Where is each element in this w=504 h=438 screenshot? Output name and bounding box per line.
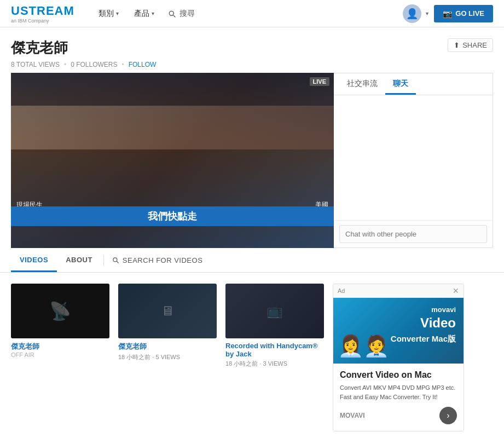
tab-chat[interactable]: 聊天 bbox=[385, 73, 416, 95]
ad-label: Ad bbox=[338, 287, 345, 294]
video-frame: 現場民生 美國 全球 我們快點走 LIVE bbox=[11, 73, 334, 248]
video-thumb-1: 📡 bbox=[11, 284, 109, 338]
ad-product-name: Video Converter Mac版 bbox=[391, 316, 456, 345]
chat-input[interactable] bbox=[339, 225, 487, 243]
video-meta-2: 18 小時之前 · 5 VIEWS bbox=[118, 353, 217, 361]
products-chevron-icon: ▾ bbox=[152, 10, 154, 16]
tab-videos-label: VIDEOS bbox=[20, 256, 48, 264]
video-meta-3: 18 小時之前 · 3 VIEWS bbox=[225, 360, 324, 368]
tab-chat-label: 聊天 bbox=[393, 79, 408, 88]
ad-header: Ad ✕ bbox=[333, 284, 464, 298]
followers-count: 0 FOLLOWERS bbox=[71, 61, 117, 68]
search-videos-label: SEARCH FOR VIDEOS bbox=[123, 256, 202, 264]
logo-text: USTREAM bbox=[11, 4, 74, 18]
search-area[interactable]: 搜尋 bbox=[167, 9, 195, 19]
video-status-1: OFF AIR bbox=[11, 351, 109, 358]
ad-body[interactable]: 👩‍💼🧑‍💼 movavi Video Converter Mac版 bbox=[333, 298, 464, 364]
user-chevron-icon: ▾ bbox=[426, 10, 428, 16]
avatar: 👤 bbox=[403, 4, 421, 23]
user-menu[interactable]: 👤 ▾ bbox=[403, 4, 428, 23]
ad-panel: Ad ✕ 👩‍💼🧑‍💼 movavi Video Converter Mac版 … bbox=[333, 284, 464, 431]
tab-divider bbox=[103, 255, 104, 266]
video-thumb-2: 🖥 bbox=[118, 284, 217, 338]
ad-movavi-logo: movavi bbox=[431, 306, 456, 314]
nav-products[interactable]: 產品 ▾ bbox=[126, 0, 162, 27]
camera-icon: 📷 bbox=[443, 9, 452, 18]
share-icon: ⬆ bbox=[454, 41, 460, 49]
dot-2: • bbox=[121, 61, 124, 68]
go-live-button[interactable]: 📷 GO LIVE bbox=[434, 5, 493, 22]
header: USTREAM an IBM Company 類別 ▾ 產品 ▾ 搜尋 👤 ▾ … bbox=[0, 0, 504, 27]
thumb2-icon: 🖥 bbox=[161, 303, 174, 319]
video-title-3: Recorded with Handycam® by Jack bbox=[225, 342, 324, 358]
video-card-2[interactable]: 🖥 傑克老師 18 小時之前 · 5 VIEWS bbox=[118, 284, 217, 431]
tab-about-label: ABOUT bbox=[66, 256, 92, 264]
video-title-1: 傑克老師 bbox=[11, 342, 109, 351]
ad-characters: 👩‍💼🧑‍💼 bbox=[338, 334, 389, 358]
video-title-2: 傑克老師 bbox=[118, 342, 217, 351]
ad-close-button[interactable]: ✕ bbox=[453, 286, 459, 295]
ad-details: Convert Video on Mac Convert AVI MKV MP4… bbox=[333, 364, 464, 431]
dot-1: • bbox=[64, 61, 66, 68]
video-player[interactable]: 現場民生 美國 全球 我們快點走 LIVE bbox=[11, 73, 334, 248]
ad-next-button[interactable]: › bbox=[439, 407, 457, 424]
nav-categories[interactable]: 類別 ▾ bbox=[91, 0, 126, 27]
ad-video-label: Video bbox=[420, 315, 456, 330]
video-ticker: 我們快點走 bbox=[11, 206, 334, 226]
thumb3-icon: 📺 bbox=[267, 303, 283, 319]
tab-social-label: 社交串流 bbox=[347, 79, 378, 88]
search-icon bbox=[167, 9, 176, 18]
share-label: SHARE bbox=[462, 41, 487, 49]
wifi-icon: 📡 bbox=[49, 301, 71, 321]
share-button[interactable]: ⬆ SHARE bbox=[448, 38, 493, 52]
video-card-3[interactable]: 📺 Recorded with Handycam® by Jack 18 小時之… bbox=[225, 284, 324, 431]
video-card-1[interactable]: 📡 傑克老師 OFF AIR bbox=[11, 284, 109, 431]
chat-input-area bbox=[334, 220, 493, 247]
nav-products-label: 產品 bbox=[134, 9, 149, 19]
logo[interactable]: USTREAM an IBM Company bbox=[11, 4, 74, 24]
go-live-label: GO LIVE bbox=[455, 9, 484, 18]
nav-categories-label: 類別 bbox=[99, 9, 114, 19]
chat-body bbox=[334, 95, 493, 220]
ad-brand-label: MOVAVI bbox=[340, 412, 365, 419]
video-grid: 📡 傑克老師 OFF AIR 🖥 傑克老師 18 小時之前 · 5 VIEWS … bbox=[0, 273, 504, 438]
follow-link[interactable]: FOLLOW bbox=[129, 61, 157, 68]
tab-videos[interactable]: VIDEOS bbox=[11, 248, 57, 272]
live-badge: LIVE bbox=[310, 77, 329, 86]
search-label: 搜尋 bbox=[179, 9, 195, 19]
logo-sub: an IBM Company bbox=[11, 18, 74, 24]
ad-product-sub: Converter Mac版 bbox=[391, 334, 456, 343]
chat-panel: 社交串流 聊天 bbox=[334, 73, 493, 248]
search-videos-icon bbox=[112, 256, 119, 264]
tab-social-stream[interactable]: 社交串流 bbox=[339, 73, 385, 95]
chat-tabs: 社交串流 聊天 bbox=[334, 73, 493, 95]
video-scene bbox=[11, 106, 334, 149]
ticker-text: 我們快點走 bbox=[148, 211, 197, 222]
total-views: 8 TOTAL VIEWS bbox=[11, 61, 60, 68]
ad-footer: MOVAVI › bbox=[340, 407, 457, 424]
tab-about[interactable]: ABOUT bbox=[57, 248, 101, 272]
video-thumb-3: 📺 bbox=[225, 284, 324, 338]
search-videos-btn[interactable]: SEARCH FOR VIDEOS bbox=[106, 256, 208, 264]
ad-title: Convert Video on Mac bbox=[340, 370, 457, 380]
video-tabs: VIDEOS ABOUT SEARCH FOR VIDEOS bbox=[0, 248, 504, 273]
main-area: 現場民生 美國 全球 我們快點走 LIVE 社交串流 聊天 bbox=[0, 73, 504, 248]
ad-desc: Convert AVI MKV MP4 DVD MPG MP3 etc. Fas… bbox=[340, 383, 457, 401]
channel-meta: 8 TOTAL VIEWS • 0 FOLLOWERS • FOLLOW bbox=[11, 61, 156, 68]
channel-header: 傑克老師 8 TOTAL VIEWS • 0 FOLLOWERS • FOLLO… bbox=[0, 27, 504, 73]
categories-chevron-icon: ▾ bbox=[116, 10, 119, 16]
channel-title: 傑克老師 bbox=[11, 38, 156, 57]
